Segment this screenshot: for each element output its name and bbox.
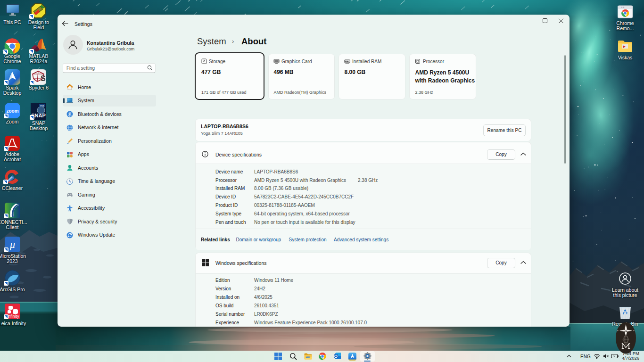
svg-text:nfinity: nfinity: [8, 314, 19, 319]
svg-text:μ: μ: [9, 239, 15, 250]
svg-text:zoom: zoom: [6, 108, 18, 114]
svg-text:esa: esa: [40, 104, 44, 107]
svg-text:S: S: [41, 74, 46, 82]
